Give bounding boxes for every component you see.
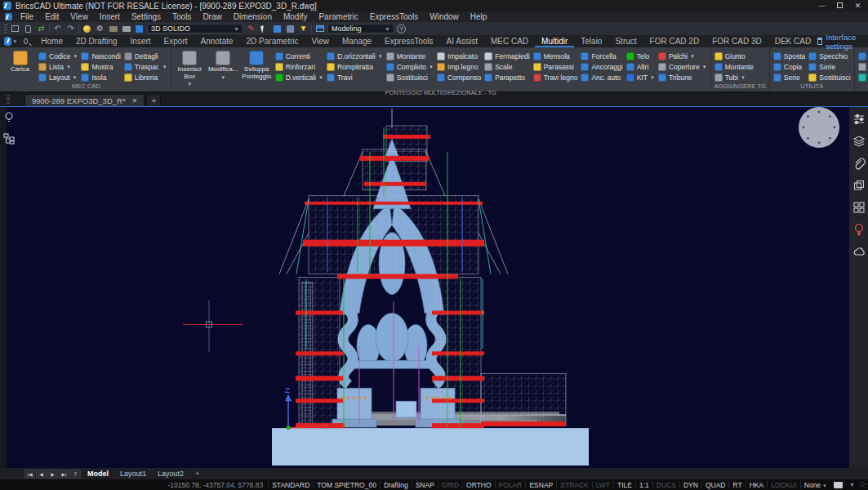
montante-button[interactable]: Montante — [714, 62, 754, 71]
d-orizzontali-button[interactable]: D.orizzontali▼ — [327, 51, 383, 60]
maximize-button[interactable] — [833, 2, 847, 10]
telo-button[interactable]: Telo — [626, 51, 655, 60]
forcella-button[interactable]: Forcella — [581, 51, 622, 60]
new-layout-button[interactable]: + — [190, 470, 204, 478]
codice-button[interactable]: Codice▼ — [38, 51, 78, 60]
menu-file[interactable]: File — [15, 12, 39, 21]
menu-help[interactable]: Help — [465, 12, 493, 21]
layout-tab-layout1[interactable]: Layout1 — [114, 470, 152, 478]
status-toggle-grid[interactable]: GRID — [438, 481, 462, 489]
layout-nav-first-icon[interactable]: |◀ — [24, 470, 35, 479]
traspar-button[interactable]: Traspar.▼ — [124, 62, 167, 71]
status-toggle-drafting[interactable]: Drafting — [380, 481, 412, 489]
inserisci-box-button[interactable]: Inserisci Box▼ — [175, 49, 205, 88]
sync-button[interactable]: ⇄ — [36, 24, 47, 34]
layout-nav-last-icon[interactable]: ▶| — [59, 470, 69, 479]
mostra-button[interactable]: Mostra — [81, 62, 120, 71]
print-button[interactable] — [121, 24, 131, 34]
status-toggle-standard[interactable]: STANDARD — [268, 481, 313, 489]
cloud-icon[interactable] — [852, 245, 866, 258]
tab-annotate[interactable]: Annotate — [194, 35, 240, 47]
completo-button[interactable]: Completo▼ — [386, 62, 434, 71]
compenso-button[interactable]: Compenso — [437, 73, 481, 82]
layer-combo[interactable]: 3D SOLIDO ▼ — [147, 24, 243, 33]
specchio-button[interactable]: Specchio — [808, 51, 850, 60]
layout-nav-next-icon[interactable]: ▶ — [47, 470, 58, 479]
close-icon[interactable]: ✕ — [132, 97, 138, 105]
status-toggle-hka[interactable]: HKA — [746, 481, 767, 489]
status-toggle-tile[interactable]: TILE — [613, 481, 635, 489]
linee-button[interactable]: Linee — [858, 62, 868, 71]
app-icon-menu[interactable] — [5, 13, 12, 20]
help-button[interactable]: ? — [397, 24, 406, 33]
status-toggle-rt[interactable]: RT — [728, 481, 745, 489]
status-toggle-dyn[interactable]: DYN — [679, 481, 701, 489]
d-verticali-button[interactable]: D.verticali▼ — [275, 73, 323, 82]
toolbar-grip[interactable] — [4, 24, 7, 33]
isola-button[interactable]: Isola — [81, 73, 120, 82]
chevron-down-icon[interactable]: ▼ — [846, 482, 858, 488]
application-button[interactable] — [4, 37, 11, 46]
render-materials-icon[interactable] — [852, 179, 866, 192]
menu-window[interactable]: Window — [424, 12, 465, 21]
annotate-pen-button[interactable]: ✎ — [246, 24, 256, 34]
print-status-icon[interactable] — [834, 482, 843, 488]
tab-telaio[interactable]: Telaio — [574, 35, 608, 47]
status-toggle-esnap[interactable]: ESNAP — [525, 481, 556, 489]
palchi-button[interactable]: Palchi▼ — [658, 51, 707, 60]
menu-view[interactable]: View — [65, 12, 94, 21]
tab-export[interactable]: Export — [158, 35, 194, 47]
rompitratta-button[interactable]: Rompitratta — [327, 62, 383, 71]
sposta-button[interactable]: Sposta — [773, 51, 805, 60]
new-document-tab-button[interactable]: + — [146, 94, 161, 106]
folder-button[interactable] — [108, 24, 118, 34]
doctab-grip[interactable] — [7, 96, 10, 105]
nascondi-button[interactable]: Nascondi — [81, 51, 120, 60]
coperture-button[interactable]: Coperture▼ — [658, 62, 707, 71]
tab-for-cad-3d[interactable]: FOR CAD 3D — [706, 35, 768, 47]
parasassi-button[interactable]: Parasassi — [533, 62, 578, 71]
tab-for-cad-2d[interactable]: FOR CAD 2D — [643, 35, 706, 47]
render-sphere-button[interactable] — [82, 24, 92, 34]
menu-settings[interactable]: Settings — [126, 12, 167, 21]
status-toggle-none[interactable]: None▼ — [800, 481, 830, 489]
selection-add-button[interactable] — [272, 24, 283, 34]
blocks-grid-icon[interactable] — [852, 201, 866, 214]
status-toggle-1-1[interactable]: 1:1 — [635, 481, 652, 489]
status-toggle-snap[interactable]: SNAP — [412, 481, 438, 489]
giunto-button[interactable]: Giunto — [714, 51, 754, 60]
tab-ai-assist[interactable]: AI Assist — [440, 35, 484, 47]
tips-lightbulb-icon[interactable] — [2, 111, 16, 124]
tab-manage[interactable]: Manage — [336, 35, 378, 47]
open-button[interactable] — [23, 24, 33, 34]
save-button[interactable] — [10, 24, 20, 34]
menu-parametric[interactable]: Parametric — [313, 12, 363, 21]
status-toggle-tom-spietro-00[interactable]: TOM SPIETRO_00 — [313, 481, 380, 489]
fermapiedi-button[interactable]: Fermapiedi — [484, 51, 530, 60]
menu-insert[interactable]: Insert — [94, 12, 126, 21]
parapetto-button[interactable]: Parapetto — [484, 73, 530, 82]
tab-mec-cad[interactable]: MEC CAD — [484, 35, 535, 47]
status-toggle-quad[interactable]: QUAD — [701, 481, 729, 489]
menu-modify[interactable]: Modify — [278, 12, 313, 21]
menu-dimension[interactable]: Dimension — [228, 12, 278, 21]
menu-draw[interactable]: Draw — [197, 12, 227, 21]
settings-gear-button[interactable]: ⚙ — [95, 24, 105, 34]
layout-button[interactable]: Layout▼ — [38, 73, 78, 82]
close-button[interactable]: ✕ — [851, 2, 865, 10]
tab-2d-parametric[interactable]: 2D Parametric — [240, 35, 305, 47]
panel-table-button[interactable] — [314, 24, 325, 34]
dettagli-button[interactable]: Dettagli — [124, 51, 167, 60]
model-viewport[interactable]: Z — [7, 107, 849, 468]
realistica-button[interactable]: Realistica — [858, 73, 868, 82]
copia-button[interactable]: Copia — [773, 62, 805, 71]
tab-multidir[interactable]: Multidir — [535, 35, 574, 47]
properties-sliders-icon[interactable] — [852, 113, 866, 126]
impalcato-button[interactable]: Impalcato — [437, 51, 481, 60]
status-toggle-ortho[interactable]: ORTHO — [462, 481, 495, 489]
structure-tree-icon[interactable] — [2, 132, 16, 145]
layout-nav-list-icon[interactable]: ≡ — [70, 470, 81, 479]
tribune-button[interactable]: Tribune — [658, 73, 707, 82]
imp-legno-button[interactable]: Imp.legno — [437, 62, 481, 71]
sostituisci-button[interactable]: Sostituisci — [808, 73, 850, 82]
